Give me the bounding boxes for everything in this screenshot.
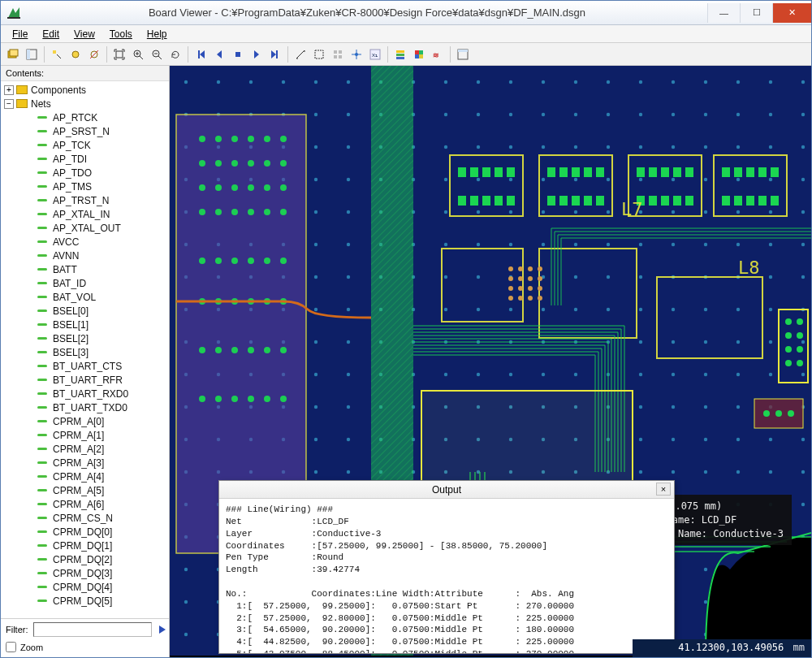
menu-edit[interactable]: Edit bbox=[36, 27, 66, 41]
svg-rect-22 bbox=[339, 50, 342, 54]
collapse-icon[interactable]: − bbox=[4, 99, 14, 109]
net-label: BT_UART_RXD0 bbox=[53, 388, 128, 400]
tree-row[interactable]: CPRM_DQ[0] bbox=[1, 525, 169, 539]
tool-color-icon[interactable] bbox=[410, 45, 428, 63]
zoom-checkbox[interactable] bbox=[6, 642, 16, 652]
svg-rect-131 bbox=[649, 196, 657, 206]
tree-row[interactable]: CPRM_DQ[4] bbox=[1, 580, 169, 594]
tree-row[interactable]: AP_TMS bbox=[1, 180, 169, 193]
tool-highlight-icon[interactable] bbox=[67, 45, 84, 63]
tree-row[interactable]: CPRM_A[6] bbox=[1, 497, 169, 511]
output-body[interactable]: ### Line(Wiring) ### Net :LCD_DF Layer :… bbox=[219, 499, 674, 653]
menu-view[interactable]: View bbox=[67, 27, 102, 41]
tree-row[interactable]: BSEL[0] bbox=[1, 304, 169, 318]
tree-row[interactable]: AP_XTAL_IN bbox=[1, 207, 169, 221]
menu-help[interactable]: Help bbox=[140, 27, 174, 41]
tree-row[interactable]: BT_UART_RFR bbox=[1, 373, 169, 387]
tool-layers-icon[interactable] bbox=[4, 45, 22, 63]
tool-drc-icon[interactable]: ≋ bbox=[429, 45, 447, 63]
tree-row[interactable]: BT_UART_RXD0 bbox=[1, 387, 169, 400]
tool-highlight-off-icon[interactable] bbox=[85, 45, 103, 63]
output-close-icon[interactable]: × bbox=[656, 483, 671, 496]
tool-highlight-pick-icon[interactable] bbox=[48, 45, 66, 63]
minimize-button[interactable]: — bbox=[707, 3, 740, 23]
tool-measure-icon[interactable] bbox=[292, 45, 309, 63]
svg-point-159 bbox=[528, 296, 533, 301]
tree-row[interactable]: CPRM_DQ[5] bbox=[1, 594, 169, 608]
tree-row[interactable]: CPRM_A[3] bbox=[1, 456, 169, 470]
filter-go-icon[interactable] bbox=[157, 622, 168, 637]
tree-row[interactable]: CPRM_DQ[2] bbox=[1, 552, 169, 566]
tree-row[interactable]: CPRM_DQ[1] bbox=[1, 539, 169, 552]
tool-zoom-out-icon[interactable] bbox=[148, 45, 166, 63]
svg-point-91 bbox=[280, 347, 287, 353]
tool-x1-icon[interactable]: x₁ bbox=[366, 45, 384, 63]
tree-row[interactable]: BT_UART_TXD0 bbox=[1, 400, 169, 414]
tree-row[interactable]: CPRM_A[5] bbox=[1, 483, 169, 497]
net-icon bbox=[37, 418, 50, 426]
tree-row[interactable]: AP_TRST_N bbox=[1, 193, 169, 207]
menu-tools[interactable]: Tools bbox=[103, 27, 139, 41]
tool-layer-vis-icon[interactable] bbox=[391, 45, 409, 63]
tool-window-icon[interactable] bbox=[454, 45, 472, 63]
svg-rect-24 bbox=[339, 55, 342, 58]
tree-row[interactable]: BATT bbox=[1, 262, 169, 276]
net-label: BAT_ID bbox=[53, 278, 86, 289]
tool-zoom-in-icon[interactable] bbox=[129, 45, 147, 63]
svg-rect-120 bbox=[547, 196, 555, 206]
tree-row[interactable]: −Nets bbox=[1, 97, 169, 110]
net-label: BSEL[3] bbox=[53, 347, 89, 358]
tree-row[interactable]: CPRM_A[0] bbox=[1, 414, 169, 428]
tree-row[interactable]: AP_TDI bbox=[1, 152, 169, 166]
maximize-button[interactable]: ☐ bbox=[740, 3, 772, 23]
tree-row[interactable]: BSEL[2] bbox=[1, 331, 169, 345]
svg-rect-4 bbox=[27, 50, 30, 59]
tree-row[interactable]: BAT_VOL bbox=[1, 290, 169, 304]
tree-row[interactable]: BSEL[1] bbox=[1, 318, 169, 331]
tree-row[interactable]: CPRM_CS_N bbox=[1, 511, 169, 525]
tree-row[interactable]: CPRM_A[2] bbox=[1, 442, 169, 456]
tree-row[interactable]: BT_UART_CTS bbox=[1, 359, 169, 373]
tool-measure-area-icon[interactable] bbox=[310, 45, 328, 63]
svg-point-166 bbox=[788, 410, 794, 417]
close-button[interactable]: ✕ bbox=[772, 3, 811, 23]
tree-row[interactable]: +Components bbox=[1, 83, 169, 97]
tool-nav-prev-icon[interactable] bbox=[210, 45, 228, 63]
tool-redisplay-icon[interactable] bbox=[166, 45, 184, 63]
svg-rect-140 bbox=[722, 196, 730, 206]
tree-row[interactable]: AVNN bbox=[1, 249, 169, 262]
svg-rect-0 bbox=[7, 17, 20, 19]
net-icon bbox=[37, 279, 50, 288]
tree-row[interactable]: AP_TCK bbox=[1, 138, 169, 152]
net-icon bbox=[37, 183, 50, 191]
svg-rect-21 bbox=[334, 50, 337, 54]
filter-input[interactable] bbox=[33, 622, 152, 637]
tree-row[interactable]: CPRM_A[4] bbox=[1, 470, 169, 483]
tool-nav-first-icon[interactable] bbox=[192, 45, 209, 63]
tree[interactable]: +Components−NetsAP_RTCKAP_SRST_NAP_TCKAP… bbox=[1, 81, 169, 618]
output-title[interactable]: Output × bbox=[219, 481, 674, 499]
canvas[interactable]: L7L8IC14A [LINE](0.075 mm) Net Name: LCD… bbox=[170, 66, 811, 657]
tool-grid-icon[interactable] bbox=[329, 45, 347, 63]
tree-row[interactable]: CPRM_A[1] bbox=[1, 428, 169, 442]
svg-point-170 bbox=[785, 332, 792, 339]
tool-nav-next-icon[interactable] bbox=[248, 45, 266, 63]
tree-row[interactable]: BAT_ID bbox=[1, 276, 169, 290]
tool-zoom-fit-icon[interactable] bbox=[110, 45, 128, 63]
net-label: CPRM_DQ[5] bbox=[53, 595, 112, 607]
tool-nav-last-icon[interactable] bbox=[266, 45, 284, 63]
tree-row[interactable]: CPRM_DQ[3] bbox=[1, 566, 169, 580]
svg-point-71 bbox=[248, 209, 254, 215]
tree-row[interactable]: AVCC bbox=[1, 235, 169, 249]
tree-row[interactable]: BSEL[3] bbox=[1, 345, 169, 359]
tree-row[interactable]: AP_TDO bbox=[1, 166, 169, 180]
menu-file[interactable]: File bbox=[6, 27, 34, 41]
tree-row[interactable]: AP_XTAL_OUT bbox=[1, 221, 169, 235]
svg-rect-31 bbox=[396, 54, 404, 56]
tool-nav-stop-icon[interactable] bbox=[229, 45, 247, 63]
tool-panel-icon[interactable] bbox=[23, 45, 41, 63]
tool-snap-icon[interactable] bbox=[348, 45, 365, 63]
tree-row[interactable]: AP_RTCK bbox=[1, 110, 169, 124]
expand-icon[interactable]: + bbox=[4, 85, 14, 95]
tree-row[interactable]: AP_SRST_N bbox=[1, 124, 169, 138]
